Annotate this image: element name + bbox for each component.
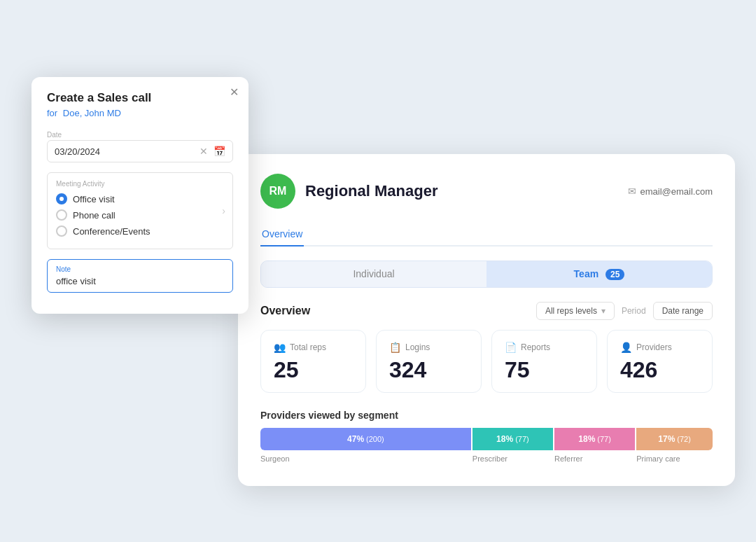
stat-label-row-total-reps: 👥 Total reps	[274, 342, 353, 353]
radio-conference-events[interactable]: Conference/Events	[56, 225, 224, 237]
radio-phone-call[interactable]: Phone call	[56, 209, 224, 221]
tab-overview[interactable]: Overview	[260, 223, 304, 246]
segment-referrer: 18% (77)	[554, 428, 635, 450]
total-reps-value: 25	[274, 359, 353, 381]
radio-office-visit[interactable]: Office visit	[56, 193, 224, 204]
clear-date-icon[interactable]: ✕	[200, 146, 208, 157]
referrer-pct: 18%	[578, 434, 595, 444]
prescriber-count: (77)	[515, 435, 529, 443]
segment-prescriber: 18% (77)	[472, 428, 553, 450]
tab-bar: Overview	[260, 223, 713, 246]
email-address: email@email.com	[640, 186, 713, 197]
note-label: Note	[56, 265, 224, 273]
dashboard-card: RM Regional Manager ✉ email@email.com Ov…	[238, 154, 735, 486]
avatar: RM	[260, 174, 295, 209]
surgeon-label: Surgeon	[260, 454, 471, 463]
email-icon: ✉	[628, 186, 636, 197]
period-label: Period	[622, 306, 646, 316]
radio-label-conference: Conference/Events	[73, 226, 150, 237]
providers-label: Providers	[636, 342, 672, 352]
stat-card-providers: 👤 Providers 426	[607, 330, 713, 393]
modal-title: Create a Sales call	[47, 91, 233, 105]
radio-label-phone-call: Phone call	[73, 210, 115, 221]
section-header: Overview All reps levels ▾ Period Date r…	[260, 302, 713, 320]
stat-card-reports: 📄 Reports 75	[491, 330, 597, 393]
overview-section-title: Overview	[260, 305, 536, 317]
individual-label: Individual	[353, 268, 394, 279]
stat-card-total-reps: 👥 Total reps 25	[260, 330, 366, 393]
prescriber-pct: 18%	[496, 434, 513, 444]
date-range-label: Date range	[662, 306, 704, 316]
primary-care-pct: 17%	[658, 434, 675, 444]
individual-tab[interactable]: Individual	[261, 261, 486, 287]
profile-name: Regional Manager	[305, 182, 438, 200]
providers-segment-title: Providers viewed by segment	[260, 410, 713, 421]
referrer-label: Referrer	[554, 454, 635, 463]
logins-label: Logins	[405, 342, 430, 352]
modal-subtitle: for Doe, John MD	[47, 108, 233, 118]
reports-label: Reports	[521, 342, 550, 352]
stat-label-row-logins: 📋 Logins	[389, 342, 468, 353]
dropdown-arrow-icon: ▾	[601, 306, 606, 316]
prescriber-label: Prescriber	[472, 454, 553, 463]
total-reps-icon: 👥	[274, 342, 286, 353]
sales-call-modal: ✕ Create a Sales call for Doe, John MD D…	[31, 77, 248, 314]
primary-care-label: Primary care	[636, 454, 713, 463]
reps-level-filter[interactable]: All reps levels ▾	[536, 302, 615, 320]
segment-toggle: Individual Team 25	[260, 260, 713, 288]
stat-label-row-reports: 📄 Reports	[505, 342, 584, 353]
primary-care-count: (72)	[677, 435, 691, 443]
team-tab[interactable]: Team 25	[486, 261, 712, 287]
team-label: Team	[574, 268, 599, 279]
segment-surgeon: 47% (200)	[260, 428, 471, 450]
stat-card-logins: 📋 Logins 324	[376, 330, 482, 393]
date-label: Date	[47, 131, 233, 139]
profile-header: RM Regional Manager ✉ email@email.com	[260, 174, 713, 209]
segment-bar: 47% (200) 18% (77) 18% (77) 17% (72)	[260, 428, 713, 450]
providers-section: Providers viewed by segment 47% (200) 18…	[260, 410, 713, 463]
reports-icon: 📄	[505, 342, 517, 353]
segment-primary-care: 17% (72)	[636, 428, 713, 450]
radio-circle-phone-call	[56, 209, 67, 221]
reports-value: 75	[505, 359, 584, 381]
profile-email: ✉ email@email.com	[628, 186, 713, 197]
date-icons: ✕ 📅	[200, 146, 225, 157]
close-button[interactable]: ✕	[230, 87, 239, 98]
surgeon-count: (200)	[366, 435, 384, 443]
subtitle-prefix: for	[47, 108, 57, 118]
meeting-label: Meeting Activity	[56, 180, 224, 188]
radio-circle-conference	[56, 225, 67, 237]
stats-grid: 👥 Total reps 25 📋 Logins 324 📄 Reports 7…	[260, 330, 713, 393]
referrer-count: (77)	[597, 435, 611, 443]
radio-label-office-visit: Office visit	[73, 194, 115, 204]
note-text: office visit	[56, 276, 224, 286]
note-section[interactable]: Note office visit	[47, 259, 233, 293]
logins-icon: 📋	[389, 342, 401, 353]
reps-level-label: All reps levels	[545, 306, 597, 316]
segment-labels: Surgeon Prescriber Referrer Primary care	[260, 454, 713, 463]
meeting-activity-section: Meeting Activity Office visit Phone call…	[47, 172, 233, 249]
subtitle-name: Doe, John MD	[63, 108, 121, 118]
date-field[interactable]: 03/20/2024 ✕ 📅	[47, 140, 233, 162]
surgeon-pct: 47%	[347, 434, 364, 444]
chevron-right-icon: ›	[222, 205, 225, 216]
radio-circle-office-visit	[56, 193, 67, 204]
total-reps-label: Total reps	[290, 342, 326, 352]
filter-controls: All reps levels ▾ Period Date range	[536, 302, 713, 320]
providers-value: 426	[620, 359, 699, 381]
logins-value: 324	[389, 359, 468, 381]
calendar-icon[interactable]: 📅	[214, 146, 225, 157]
stat-label-row-providers: 👤 Providers	[620, 342, 699, 353]
team-badge: 25	[606, 269, 624, 280]
providers-icon: 👤	[620, 342, 632, 353]
date-range-filter[interactable]: Date range	[653, 302, 713, 320]
date-value: 03/20/2024	[55, 146, 200, 157]
